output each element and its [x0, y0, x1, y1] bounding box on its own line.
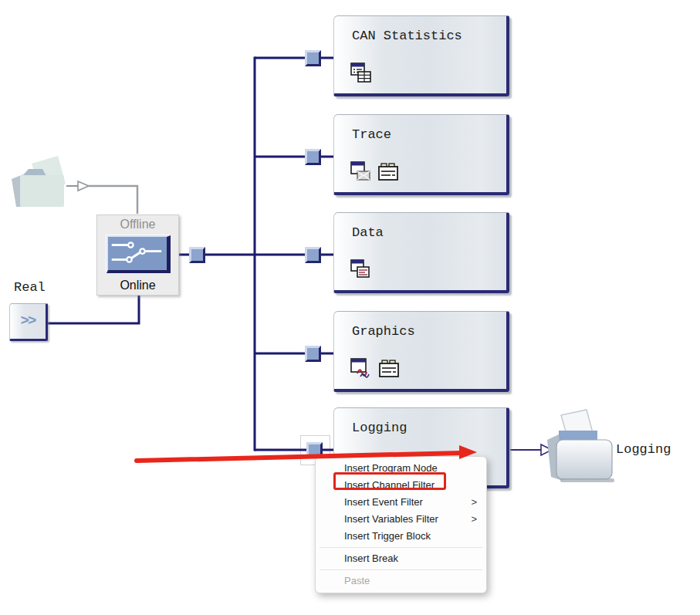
block-label: CAN Statistics — [352, 29, 462, 43]
chevrons-icon: >> — [21, 313, 36, 329]
menu-separator — [320, 547, 482, 548]
branch-node[interactable] — [305, 346, 321, 362]
menu-item-label: Paste — [344, 575, 370, 586]
menu-item-insert-variables-filter[interactable]: Insert Variables Filter > — [316, 511, 486, 528]
highlight-box — [333, 472, 446, 490]
measurement-setup-canvas: Offline Online Real >> CAN Statistics — [0, 0, 700, 615]
branch-node[interactable] — [305, 149, 321, 165]
menu-item-paste: Paste — [316, 573, 486, 590]
online-label: Online — [97, 279, 178, 292]
index-card-icon — [378, 161, 399, 182]
offline-label: Offline — [97, 218, 178, 231]
submenu-chevron-icon: > — [471, 511, 477, 528]
menu-item-label: Insert Variables Filter — [344, 513, 438, 525]
menu-item-insert-break[interactable]: Insert Break — [316, 550, 486, 567]
menu-item-label: Insert Trigger Block — [344, 530, 431, 542]
block-label: Trace — [352, 127, 391, 142]
menu-item-label: Insert Event Filter — [344, 496, 423, 508]
offline-folder-icon[interactable] — [4, 151, 81, 211]
branch-node[interactable] — [305, 247, 321, 263]
window-curve-icon — [350, 358, 372, 379]
logging-output-label: Logging — [616, 442, 671, 457]
logging-folder-icon[interactable] — [538, 407, 619, 491]
submenu-chevron-icon: > — [471, 494, 477, 511]
branch-node[interactable] — [189, 247, 205, 263]
index-card-icon — [379, 358, 400, 379]
block-graphics[interactable]: Graphics — [333, 311, 509, 392]
block-label: Graphics — [352, 324, 415, 339]
window-envelope-icon — [350, 161, 371, 182]
block-data[interactable]: Data — [333, 212, 509, 293]
block-can-statistics[interactable]: CAN Statistics — [333, 15, 509, 96]
real-label: Real — [14, 280, 46, 295]
mode-switch-block[interactable]: Offline Online — [96, 215, 179, 296]
menu-item-insert-trigger-block[interactable]: Insert Trigger Block — [316, 528, 486, 545]
window-table-icon — [350, 63, 372, 83]
switch-icon[interactable] — [107, 235, 171, 273]
window-list-icon — [350, 259, 371, 280]
menu-separator — [320, 569, 482, 570]
real-source-block[interactable]: >> — [9, 303, 48, 341]
block-trace[interactable]: Trace — [333, 114, 509, 195]
block-label: Logging — [352, 421, 407, 435]
menu-item-insert-event-filter[interactable]: Insert Event Filter > — [316, 494, 486, 511]
block-label: Data — [352, 225, 384, 240]
menu-item-label: Insert Break — [344, 552, 398, 564]
branch-node[interactable] — [305, 50, 321, 66]
